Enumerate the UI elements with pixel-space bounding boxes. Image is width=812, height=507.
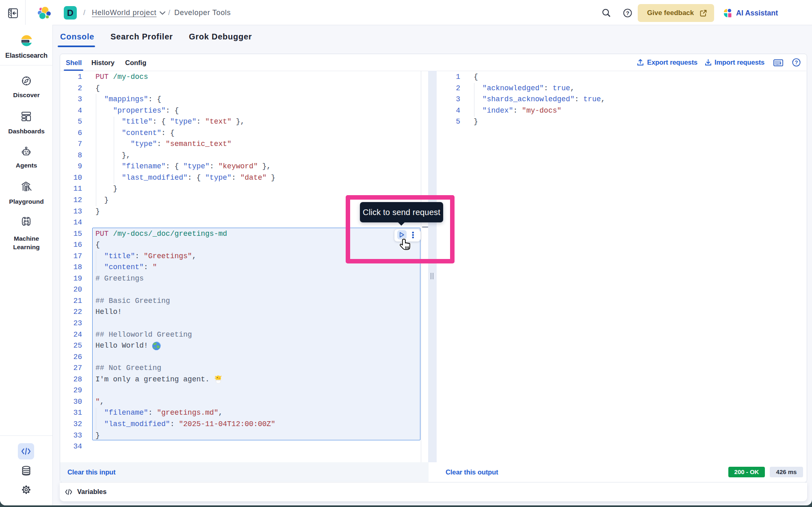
svg-text:?: ? [795,59,798,65]
svg-text:?: ? [626,10,629,16]
